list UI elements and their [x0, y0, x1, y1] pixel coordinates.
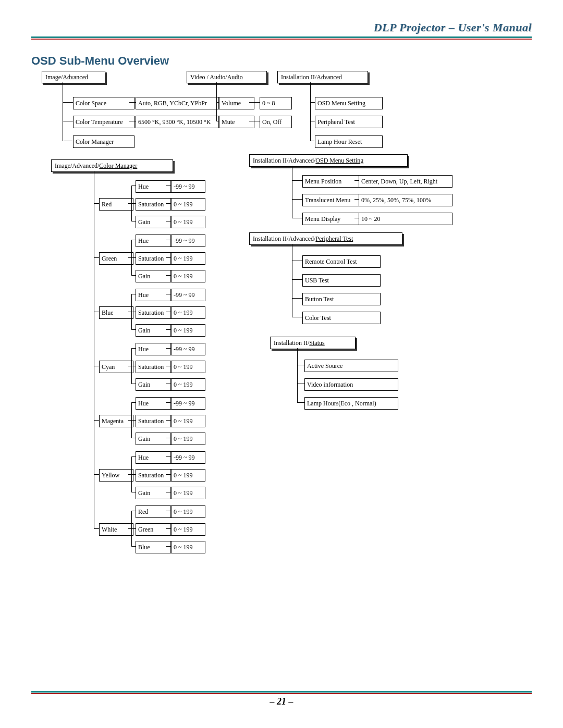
- cm-cyan: Cyan: [99, 361, 133, 373]
- bc-peripheral: Installation II / Advanced / Peripheral …: [249, 232, 402, 245]
- connector-h: [297, 402, 304, 403]
- connector-h: [131, 203, 136, 204]
- peri-button: Button Test: [302, 293, 381, 305]
- connector-v: [94, 180, 94, 528]
- osd-translucent: Translucent Menu: [302, 194, 360, 206]
- ia-color_space: Color Space: [73, 97, 134, 109]
- cm-yellow: Yellow: [99, 469, 133, 482]
- connector-h: [166, 186, 171, 186]
- cm-green-hue-range: -99 ~ 99: [171, 235, 205, 247]
- connector-h: [166, 366, 171, 366]
- connector-h: [310, 121, 315, 121]
- rule-top-teal: [31, 36, 532, 38]
- rule-top-red: [31, 39, 532, 40]
- cm-magenta-hue: Hue: [136, 397, 171, 410]
- connector-h: [310, 141, 315, 141]
- connector-h: [131, 456, 136, 457]
- connector-h: [166, 420, 171, 421]
- peri-usb: USB Test: [302, 274, 381, 287]
- connector-h: [131, 384, 136, 384]
- connector-h: [94, 366, 99, 366]
- connector-h: [292, 279, 302, 280]
- connector-v: [216, 82, 217, 92]
- cm-white-green: Green: [136, 523, 171, 536]
- bc-image-advanced: Image / Advanced: [42, 71, 105, 83]
- connector-h: [63, 141, 73, 141]
- va-mute: Mute: [219, 116, 254, 128]
- osd-position-values: Center, Down, Up, Left, Right: [359, 175, 452, 188]
- va-volume-values: 0 ~ 8: [260, 97, 292, 109]
- cm-yellow-sat-range: 0 ~ 199: [171, 469, 205, 482]
- connector-h: [297, 384, 304, 384]
- connector-h: [292, 298, 302, 299]
- connector-h: [131, 312, 136, 312]
- connector-h: [166, 438, 171, 438]
- cm-green-gain-range: 0 ~ 199: [171, 270, 205, 282]
- connector-h: [166, 294, 171, 294]
- connector-h: [131, 294, 136, 294]
- va-mute-values: On, Off: [260, 116, 292, 128]
- cm-green-sat: Saturation: [136, 252, 171, 265]
- bc-color-manager: Image / Advanced / Color Manager: [51, 159, 173, 172]
- cm-red-hue: Hue: [136, 180, 171, 193]
- connector-h: [310, 102, 315, 103]
- connector-h: [166, 492, 171, 492]
- connector-h: [94, 203, 99, 204]
- ia-color_manager: Color Manager: [73, 135, 134, 148]
- cm-blue-gain-range: 0 ~ 199: [171, 324, 205, 337]
- connector-h: [292, 261, 302, 261]
- ia-color_temp: Color Temperature: [73, 116, 134, 128]
- connector-h: [131, 329, 136, 330]
- connector-h: [166, 275, 171, 276]
- connector-h: [166, 257, 171, 258]
- inadv-peri: Peripheral Test: [315, 116, 383, 128]
- connector-h: [63, 121, 73, 121]
- osd-translucent-values: 0%, 25%, 50%, 75%, 100%: [359, 194, 452, 206]
- connector-h: [131, 348, 136, 349]
- osd-diagram: Image / AdvancedVideo / Audio / AudioIns…: [31, 71, 521, 613]
- cm-white-blue: Blue: [136, 541, 171, 553]
- connector-h: [94, 257, 99, 258]
- header-title: DLP Projector – User's Manual: [31, 21, 532, 34]
- cm-yellow-hue: Hue: [136, 451, 171, 464]
- cm-blue-sat: Saturation: [136, 306, 171, 319]
- cm-magenta-hue-range: -99 ~ 99: [171, 397, 205, 410]
- connector-h: [131, 366, 136, 366]
- connector-h: [131, 511, 136, 511]
- rule-bottom-red: [31, 693, 532, 694]
- connector-h: [131, 240, 136, 240]
- status-active: Active Source: [304, 360, 398, 372]
- connector-h: [131, 221, 136, 221]
- osd-position: Menu Position: [302, 175, 360, 188]
- cm-green-gain: Gain: [136, 270, 171, 282]
- ia-color_temp-values: 6500 °K, 9300 °K, 10500 °K: [136, 116, 219, 128]
- connector-h: [166, 240, 171, 240]
- cm-green-sat-range: 0 ~ 199: [171, 252, 205, 265]
- cm-magenta-gain: Gain: [136, 433, 171, 445]
- connector-h: [249, 121, 260, 121]
- connector-h: [131, 186, 136, 186]
- cm-yellow-gain-range: 0 ~ 199: [171, 487, 205, 499]
- bc-video-audio: Video / Audio / Audio: [187, 71, 267, 83]
- connector-h: [166, 221, 171, 221]
- connector-v: [292, 175, 292, 218]
- cm-blue-gain: Gain: [136, 324, 171, 337]
- cm-cyan-gain-range: 0 ~ 199: [171, 378, 205, 391]
- connector-v: [292, 166, 292, 175]
- connector-h: [131, 438, 136, 438]
- cm-cyan-hue-range: -99 ~ 99: [171, 343, 205, 355]
- connector-h: [166, 546, 171, 547]
- connector-h: [94, 528, 99, 529]
- cm-green-hue: Hue: [136, 235, 171, 247]
- cm-magenta-sat: Saturation: [136, 415, 171, 427]
- cm-red-gain-range: 0 ~ 199: [171, 216, 205, 228]
- connector-h: [94, 312, 99, 312]
- connector-h: [166, 456, 171, 457]
- connector-v: [216, 92, 217, 121]
- connector-v: [63, 92, 63, 141]
- cm-magenta-sat-range: 0 ~ 199: [171, 415, 205, 427]
- connector-v: [310, 92, 311, 141]
- cm-cyan-sat-range: 0 ~ 199: [171, 361, 205, 373]
- connector-h: [354, 199, 359, 200]
- cm-red: Red: [99, 198, 133, 211]
